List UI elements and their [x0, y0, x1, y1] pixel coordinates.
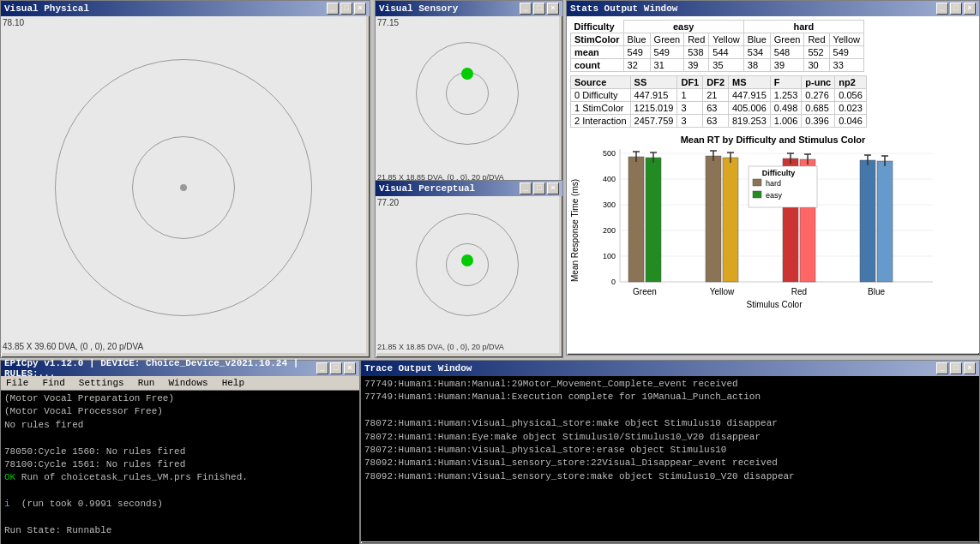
visual-sensory-canvas: 77.15 21.85 X 18.85 DVA, (0 , 0), 20 p/D…: [376, 16, 559, 183]
minimize-btn-ep[interactable]: _: [316, 362, 328, 374]
anova-row2-df1: 3: [677, 115, 703, 128]
anova-f-header: F: [770, 76, 802, 89]
anova-row1-df2: 63: [703, 102, 729, 115]
count-y-h: 33: [829, 59, 863, 72]
maximize-btn-vp[interactable]: □: [533, 182, 545, 194]
menu-settings[interactable]: Settings: [75, 377, 128, 389]
svg-text:Red: Red: [791, 287, 807, 296]
anova-row2-source: 2 Interaction: [571, 115, 631, 128]
visual-physical-window: Visual Physical _ □ × 78.10 43.85 X 39.6…: [0, 0, 370, 358]
svg-text:Stimulus Color: Stimulus Color: [746, 300, 803, 309]
trace-window: Trace Output Window _ □ × 77749:Human1:H…: [360, 360, 980, 544]
visual-sensory-titlebar: Visual Sensory _ □ ×: [376, 1, 562, 16]
count-g-e: 31: [650, 59, 684, 72]
stats-tables: Difficulty easy hard StimColor Blue Gree…: [567, 16, 979, 320]
minimize-btn-tr[interactable]: _: [936, 362, 948, 374]
anova-np2-header: np2: [835, 76, 867, 89]
mean-g-e: 549: [650, 46, 684, 59]
anova-row0-ms: 447.915: [729, 89, 771, 102]
mean-r-h: 552: [804, 46, 829, 59]
mean-y-h: 549: [829, 46, 863, 59]
maximize-btn-tr[interactable]: □: [950, 362, 962, 374]
svg-text:Difficulty: Difficulty: [762, 169, 796, 177]
maximize-btn-ep[interactable]: □: [330, 362, 342, 374]
col-red-easy: Red: [684, 33, 709, 46]
trace-content[interactable]: 77749:Human1:Human:Manual:29Motor_Moveme…: [361, 376, 979, 541]
anova-row1-ss: 1215.019: [630, 102, 677, 115]
close-btn-tr[interactable]: ×: [964, 362, 976, 374]
anova-ms-header: MS: [729, 76, 771, 89]
minimize-btn-vp[interactable]: _: [520, 182, 532, 194]
maximize-btn-st[interactable]: □: [950, 3, 962, 15]
anova-df1-header: DF1: [677, 76, 703, 89]
anova-row1-df1: 3: [677, 102, 703, 115]
minimize-btn-st[interactable]: _: [936, 3, 948, 15]
count-y-e: 35: [709, 59, 743, 72]
count-label: count: [571, 59, 624, 72]
menu-file[interactable]: File: [3, 377, 32, 389]
center-dot: [180, 184, 187, 191]
col-blue-easy: Blue: [623, 33, 650, 46]
close-btn-vp[interactable]: ×: [547, 182, 559, 194]
visual-perceptual-canvas: 77.20 21.85 X 18.85 DVA, (0 , 0), 20 p/D…: [376, 196, 559, 353]
close-btn-ep[interactable]: ×: [344, 362, 356, 374]
visual-perceptual-window: Visual Perceptual _ □ × 77.20 21.85 X 18…: [375, 180, 563, 358]
anova-row2-f: 1.006: [770, 115, 802, 128]
stats-title: Stats Output Window: [570, 3, 677, 14]
anova-row1-punc: 0.685: [802, 102, 835, 115]
bar-easy-blue: [877, 161, 893, 282]
epicpy-content[interactable]: (Motor Vocal Preparation Free) (Motor Vo…: [1, 391, 359, 544]
svg-text:easy: easy: [766, 191, 783, 200]
mean-g-h: 548: [770, 46, 804, 59]
menu-help[interactable]: Help: [219, 377, 248, 389]
anova-row0-np2: 0.056: [835, 89, 867, 102]
easy-header: easy: [623, 21, 743, 33]
maximize-btn[interactable]: □: [340, 3, 352, 15]
epicpy-titlebar: EPICpy v1.12.0 | DEVICE: Choice_Device_v…: [1, 361, 359, 376]
svg-text:Blue: Blue: [868, 287, 885, 296]
menu-find[interactable]: Find: [39, 377, 68, 389]
minimize-btn[interactable]: _: [327, 3, 339, 15]
col-green-hard: Green: [770, 33, 804, 46]
vperc-coord: 21.85 X 18.85 DVA, (0 , 0), 20 p/DVA: [377, 343, 504, 351]
col-yellow-hard: Yellow: [829, 33, 863, 46]
svg-text:100: 100: [603, 252, 616, 260]
anova-row0-punc: 0.276: [802, 89, 835, 102]
svg-rect-38: [753, 191, 761, 198]
svg-rect-36: [753, 179, 761, 186]
anova-row0-f: 1.253: [770, 89, 802, 102]
chart-container: Mean RT by Difficulty and Stimulus Color…: [570, 135, 976, 316]
stimcolor-label: StimColor: [571, 33, 624, 46]
mean-r-e: 538: [684, 46, 709, 59]
chart-area: Mean Response Time (ms): [570, 145, 976, 316]
anova-row2-np2: 0.046: [835, 115, 867, 128]
svg-text:500: 500: [603, 149, 616, 158]
menu-run[interactable]: Run: [135, 377, 159, 389]
col-red-hard: Red: [804, 33, 829, 46]
close-btn[interactable]: ×: [354, 3, 366, 15]
vs-value: 77.15: [377, 18, 399, 27]
vs-green-dot: [461, 68, 473, 80]
close-btn-st[interactable]: ×: [964, 3, 976, 15]
close-btn-vs[interactable]: ×: [547, 3, 559, 15]
visual-sensory-title: Visual Sensory: [379, 3, 458, 14]
svg-text:Yellow: Yellow: [710, 287, 735, 296]
anova-row1-f: 0.498: [770, 102, 802, 115]
count-r-e: 39: [684, 59, 709, 72]
visual-perceptual-title: Visual Perceptual: [379, 183, 475, 194]
count-b-h: 38: [743, 59, 770, 72]
anova-row0-ss: 447.915: [630, 89, 677, 102]
epicpy-text: (Motor Vocal Preparation Free) (Motor Vo…: [4, 392, 356, 537]
count-b-e: 32: [623, 59, 650, 72]
anova-df2-header: DF2: [703, 76, 729, 89]
maximize-btn-vs[interactable]: □: [533, 3, 545, 15]
hard-header: hard: [743, 21, 863, 33]
visual-perceptual-titlebar: Visual Perceptual _ □ ×: [376, 181, 562, 196]
menu-windows[interactable]: Windows: [165, 377, 211, 389]
epicpy-title: EPICpy v1.12.0 | DEVICE: Choice_Device_v…: [4, 358, 316, 379]
bar-hard-blue: [860, 160, 875, 282]
minimize-btn-vs[interactable]: _: [520, 3, 532, 15]
vp-coord: 43.85 X 39.60 DVA, (0 , 0), 20 p/DVA: [3, 342, 143, 351]
anova-row0-source: 0 Difficulty: [571, 89, 631, 102]
bar-hard-yellow: [706, 156, 721, 282]
